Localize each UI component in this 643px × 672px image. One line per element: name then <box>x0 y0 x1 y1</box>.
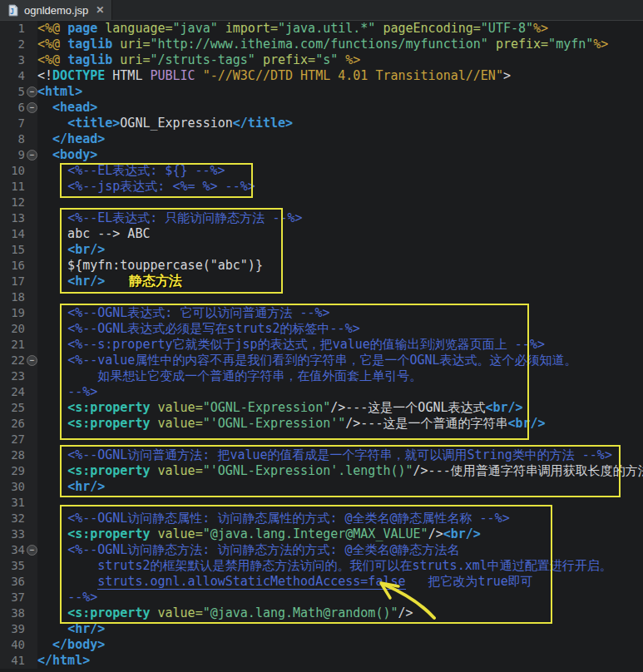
line-number: 19 <box>0 305 25 321</box>
fold-gutter <box>25 258 37 274</box>
line-number: 20 <box>0 321 25 337</box>
code-line[interactable]: 35 struts2的框架默认是禁用静态方法访问的。我们可以在struts.xm… <box>0 558 643 574</box>
code-line[interactable]: 39 <hr/> <box>0 621 643 637</box>
fold-gutter <box>25 590 37 605</box>
code-line[interactable]: 41</html> <box>0 653 643 669</box>
line-number: 2 <box>0 37 25 52</box>
code-line[interactable]: 5<html> <box>0 84 643 100</box>
line-number: 14 <box>0 226 25 242</box>
code-line[interactable]: 36 struts.ognl.allowStaticMethodAccess=f… <box>0 574 643 590</box>
code-text: <%--EL表达式: 只能访问静态方法 --%> <box>37 210 643 226</box>
code-text: </head> <box>37 131 643 147</box>
fold-gutter <box>25 195 37 210</box>
fold-gutter <box>25 68 37 84</box>
ide-window: J ognldemo.jsp ✕ 1<%@ page language="jav… <box>0 0 643 672</box>
code-line[interactable]: 17 <hr/> <box>0 274 643 289</box>
code-line[interactable]: 19 <%--OGNL表达式: 它可以访问普通方法 --%> <box>0 305 643 321</box>
code-text: <%@ page language="java" import="java.ut… <box>37 21 643 37</box>
code-line[interactable]: 20 <%--OGNL表达式必须是写在struts2的标签中--%> <box>0 321 643 337</box>
tab-ognldemo[interactable]: J ognldemo.jsp ✕ <box>0 0 112 20</box>
code-line[interactable]: 37 --%> <box>0 590 643 605</box>
fold-gutter <box>25 511 37 526</box>
code-line[interactable]: 9 <body> <box>0 147 643 163</box>
code-text: <%--OGNL访问静态属性: 访问静态属性的方式: @全类名@静态属性名称 -… <box>37 511 643 526</box>
line-number: 38 <box>0 605 25 621</box>
code-text: <%--OGNL表达式必须是写在struts2的标签中--%> <box>37 321 643 337</box>
code-line[interactable]: 31 <box>0 495 643 511</box>
code-area[interactable]: 1<%@ page language="java" import="java.u… <box>0 21 643 669</box>
code-line[interactable]: 18 <box>0 289 643 305</box>
code-text: <%--s:property它就类似于jsp的表达式，把value的值输出到浏览… <box>37 337 643 353</box>
code-line[interactable]: 14 abc --> ABC <box>0 226 643 242</box>
code-line[interactable]: 23 如果想让它变成一个普通的字符串，在值外面套上单引号。 <box>0 368 643 384</box>
fold-gutter <box>25 305 37 321</box>
code-line[interactable]: 6 <head> <box>0 100 643 116</box>
fold-gutter <box>25 242 37 258</box>
code-text: <%@ taglib uri="/struts-tags" prefix="s"… <box>37 52 643 68</box>
fold-gutter <box>25 37 37 52</box>
fold-collapse-icon[interactable] <box>25 84 37 100</box>
code-line[interactable]: 2<%@ taglib uri="http://www.itheima.com/… <box>0 37 643 52</box>
code-line[interactable]: 24 --%> <box>0 384 643 400</box>
code-line[interactable]: 38 <s:property value="@java.lang.Math@ra… <box>0 605 643 621</box>
line-number: 28 <box>0 447 25 463</box>
code-line[interactable]: 22 <%--value属性中的内容不再是我们看到的字符串，它是一个OGNL表达… <box>0 353 643 368</box>
fold-collapse-icon[interactable] <box>25 353 37 368</box>
code-line[interactable]: 11 <%--jsp表达式: <%= %> --%> <box>0 179 643 195</box>
code-text: abc --> ABC <box>37 226 643 242</box>
code-line[interactable]: 26 <s:property value="'OGNL-Expression'"… <box>0 416 643 432</box>
code-line[interactable]: 8 </head> <box>0 131 643 147</box>
code-line[interactable]: 30 <hr/> <box>0 479 643 495</box>
code-line[interactable]: 15 <br/> <box>0 242 643 258</box>
code-line[interactable]: 10 <%--EL表达式: ${} --%> <box>0 163 643 179</box>
code-line[interactable]: 34 <%--OGNL访问静态方法: 访问静态方法的方式: @全类名@静态方法名 <box>0 542 643 558</box>
code-text: <title>OGNL_Expression</title> <box>37 116 643 131</box>
line-number: 37 <box>0 590 25 605</box>
code-text: <%--OGNL表达式: 它可以访问普通方法 --%> <box>37 305 643 321</box>
line-number: 40 <box>0 637 25 653</box>
fold-gutter <box>25 495 37 511</box>
jsp-file-icon: J <box>7 4 19 17</box>
code-line[interactable]: 40 </body> <box>0 637 643 653</box>
line-number: 21 <box>0 337 25 353</box>
fold-gutter <box>25 447 37 463</box>
line-number: 30 <box>0 479 25 495</box>
fold-collapse-icon[interactable] <box>25 147 37 163</box>
code-text: <%@ taglib uri="http://www.itheima.com/f… <box>37 37 643 52</box>
code-line[interactable]: 7 <title>OGNL_Expression</title> <box>0 116 643 131</box>
fold-collapse-icon[interactable] <box>25 542 37 558</box>
code-text: <s:property value="OGNL-Expression"/>---… <box>37 400 643 416</box>
line-number: 15 <box>0 242 25 258</box>
code-line[interactable]: 3<%@ taglib uri="/struts-tags" prefix="s… <box>0 52 643 68</box>
code-line[interactable]: 16 ${myfn:touppercase("abc")} <box>0 258 643 274</box>
code-text: <s:property value="'OGNL-Expression'"/>-… <box>37 416 643 432</box>
line-number: 12 <box>0 195 25 210</box>
line-number: 9 <box>0 147 25 163</box>
code-text: <!DOCTYPE HTML PUBLIC "-//W3C//DTD HTML … <box>37 68 643 84</box>
code-text: ${myfn:touppercase("abc")} <box>37 258 643 274</box>
close-icon[interactable]: ✕ <box>96 4 104 16</box>
line-number: 6 <box>0 100 25 116</box>
code-line[interactable]: 13 <%--EL表达式: 只能访问静态方法 --%> <box>0 210 643 226</box>
code-line[interactable]: 28 <%--OGNL访问普通方法: 把value的值看成是一个字符串，就可以调… <box>0 447 643 463</box>
fold-gutter <box>25 416 37 432</box>
fold-gutter <box>25 558 37 574</box>
tab-bar: J ognldemo.jsp ✕ <box>0 0 643 21</box>
code-line[interactable]: 33 <s:property value="@java.lang.Integer… <box>0 526 643 542</box>
code-line[interactable]: 29 <s:property value="'OGNL-Expression'.… <box>0 463 643 479</box>
code-line[interactable]: 32 <%--OGNL访问静态属性: 访问静态属性的方式: @全类名@静态属性名… <box>0 511 643 526</box>
code-line[interactable]: 25 <s:property value="OGNL-Expression"/>… <box>0 400 643 416</box>
code-line[interactable]: 1<%@ page language="java" import="java.u… <box>0 21 643 37</box>
line-number: 39 <box>0 621 25 637</box>
line-number: 23 <box>0 368 25 384</box>
code-line[interactable]: 4<!DOCTYPE HTML PUBLIC "-//W3C//DTD HTML… <box>0 68 643 84</box>
code-text <box>37 432 643 447</box>
code-text: <%--EL表达式: ${} --%> <box>37 163 643 179</box>
code-line[interactable]: 12 <box>0 195 643 210</box>
fold-gutter <box>25 384 37 400</box>
fold-collapse-icon[interactable] <box>25 100 37 116</box>
line-number: 33 <box>0 526 25 542</box>
editor[interactable]: 1<%@ page language="java" import="java.u… <box>0 21 643 672</box>
code-line[interactable]: 27 <box>0 432 643 447</box>
code-line[interactable]: 21 <%--s:property它就类似于jsp的表达式，把value的值输出… <box>0 337 643 353</box>
